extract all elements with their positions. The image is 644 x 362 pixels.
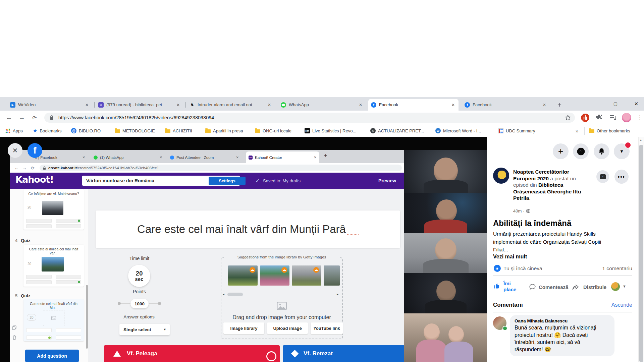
whatsapp-icon: ☎: [281, 102, 286, 108]
comment-button-icon[interactable]: [529, 283, 536, 292]
points-label: Points: [118, 289, 160, 294]
points-value: 1000: [130, 299, 149, 308]
forward-icon[interactable]: →: [16, 113, 28, 123]
hide-comments-link[interactable]: Ascunde: [587, 302, 632, 308]
bookmark-star-icon[interactable]: [565, 115, 571, 121]
drag-drop-text: Drag and drop image from your computer: [221, 314, 343, 320]
tab-wevideo[interactable]: ▶ WeVideo ✕: [7, 99, 92, 111]
suggestions-scrollbar-thumb: [227, 293, 243, 296]
folder-icon: [589, 129, 594, 133]
messenger-icon: [577, 147, 585, 156]
video-inner-tab-whatsapp: (1) WhatsApp ✕: [91, 152, 165, 163]
comment-author[interactable]: Oana Mihaela Balanescu: [515, 318, 610, 323]
tab-facebook-2[interactable]: f Facebook ✕: [462, 99, 550, 111]
screen: ▶ WeVideo ✕ ✉ (979 unread) - biblioteca_…: [0, 0, 644, 362]
divider: [493, 312, 632, 312]
tab-close-icon[interactable]: ✕: [84, 103, 90, 107]
reactions-text[interactable]: Tu şi încă cineva: [503, 265, 542, 272]
duplicate-icon: [12, 325, 16, 331]
see-more-link[interactable]: Vezi mai mult: [493, 254, 527, 260]
bookmark-live-statistics[interactable]: RM Live Statistics | Revo...: [305, 125, 356, 137]
profile-avatar[interactable]: [622, 113, 631, 122]
tab-close-icon[interactable]: ✕: [450, 103, 456, 107]
scrollbar-up-icon[interactable]: ▲: [639, 138, 642, 142]
answer-options-label: Answer options: [118, 314, 160, 319]
post-time[interactable]: 40m: [513, 208, 522, 214]
notifications-button[interactable]: [594, 143, 609, 159]
share-button[interactable]: Distribuie: [583, 284, 606, 290]
bookmark-metodologie[interactable]: METODOLOGIE: [115, 125, 155, 137]
participant-video-5: [404, 313, 487, 362]
bookmark-ong[interactable]: ONG-uri locale: [255, 125, 291, 137]
tab-close-icon[interactable]: ✕: [175, 103, 181, 107]
correct-answer-dot: [78, 281, 80, 283]
tab-whatsapp[interactable]: ☎ WhatsApp ✕: [278, 99, 366, 111]
apps-shortcut[interactable]: Apps: [5, 125, 23, 137]
other-bookmarks[interactable]: Other bookmarks: [589, 125, 630, 137]
close-window-button[interactable]: ✕: [629, 97, 644, 111]
back-icon[interactable]: ←: [3, 113, 15, 123]
bookmark-achizitii[interactable]: ACHIZITII: [165, 125, 192, 137]
browser-menu-icon[interactable]: ⋮: [637, 113, 643, 123]
extensions-puzzle-icon[interactable]: [595, 114, 603, 123]
image-placeholder: [43, 310, 64, 326]
new-tab-button[interactable]: +: [555, 101, 564, 109]
post-body-text: Urmăriți prezentarea proiectului Handy S…: [493, 230, 611, 254]
divider: [493, 276, 632, 276]
zoom-icon: [170, 156, 174, 160]
video-inner-tab-zoom: Post Attendee - Zoom ✕: [167, 152, 241, 163]
facebook-logo[interactable]: f: [28, 143, 42, 158]
folder-icon: [205, 129, 211, 133]
saved-to-collection-button[interactable]: ✓: [596, 170, 609, 183]
tab-close-icon[interactable]: ✕: [358, 103, 363, 107]
exit-fullscreen-close-button[interactable]: ✕: [8, 143, 22, 158]
share-as-avatar[interactable]: [611, 282, 620, 291]
minimize-button[interactable]: —: [586, 97, 602, 111]
messenger-button[interactable]: [573, 143, 589, 159]
like-button[interactable]: Îmi place: [503, 281, 521, 293]
adblock-icon[interactable]: [581, 113, 590, 123]
participant-video-1: [404, 150, 487, 193]
question-5-label: 5Quiz: [15, 293, 30, 298]
bookmark-udc[interactable]: UDC Summary: [498, 125, 535, 137]
playlist-icon[interactable]: [609, 114, 617, 123]
bookmark-aparitii[interactable]: Aparitii in presa: [205, 125, 243, 137]
share-button-icon[interactable]: [572, 283, 579, 292]
apps-grid-icon: [5, 128, 10, 133]
lock-icon: [43, 166, 46, 170]
tab-facebook-active[interactable]: f Facebook ✕: [368, 99, 459, 111]
sidebar-scrollbar: [86, 285, 88, 349]
tab-close-icon[interactable]: ✕: [542, 103, 547, 107]
correct-answer-dot: [78, 220, 80, 222]
tab-close-icon[interactable]: ✕: [267, 103, 272, 107]
bookmark-actualizare[interactable]: S ACTUALIZARE PRET...: [370, 125, 424, 137]
comment-button[interactable]: Comentează: [539, 284, 568, 290]
page-avatar[interactable]: [493, 168, 509, 184]
tab-intruder[interactable]: ♞ Intruder alarm and email not ✕: [187, 99, 275, 111]
share-as-chevron-icon[interactable]: ▼: [623, 284, 626, 288]
time-badge: 20: [28, 262, 31, 266]
tab-separator: [94, 102, 95, 108]
premium-crown-icon: [313, 267, 319, 273]
maximize-button[interactable]: ▢: [608, 97, 623, 111]
back-icon: ←: [13, 164, 20, 172]
tab-mail[interactable]: ✉ (979 unread) - biblioteca_pet ✕: [96, 99, 183, 111]
sidebar-scrollbar-thumb[interactable]: [639, 145, 643, 362]
bookmark-word[interactable]: w Microsoft Word - I...: [435, 125, 481, 137]
like-button-icon[interactable]: [494, 283, 501, 291]
rm-icon: RM: [305, 128, 310, 133]
reload-icon[interactable]: ⟳: [29, 113, 40, 123]
youtube-link-button: YouTube link: [311, 322, 343, 334]
bookmark-biblio[interactable]: @ BIBLIO.RO: [71, 125, 101, 137]
answer-mode-dropdown: Single select ▼: [119, 324, 170, 335]
suggestions-caption: Suggestions from the image library by Ge…: [224, 255, 339, 259]
bell-icon: [598, 147, 605, 155]
address-input[interactable]: https://www.facebook.com/285195624901825…: [44, 113, 575, 123]
star-icon: ★: [33, 128, 37, 134]
bookmark-bookmarks[interactable]: ★ Bookmarks: [33, 125, 61, 137]
bookmarks-overflow-chevron[interactable]: »: [576, 125, 578, 137]
create-plus-button[interactable]: +: [553, 143, 569, 159]
comment-count[interactable]: 1 comentariu: [570, 265, 632, 272]
post-more-button[interactable]: •••: [614, 170, 629, 184]
question-title-card: Care este cel mai înalt vârf din Munții …: [96, 210, 400, 248]
